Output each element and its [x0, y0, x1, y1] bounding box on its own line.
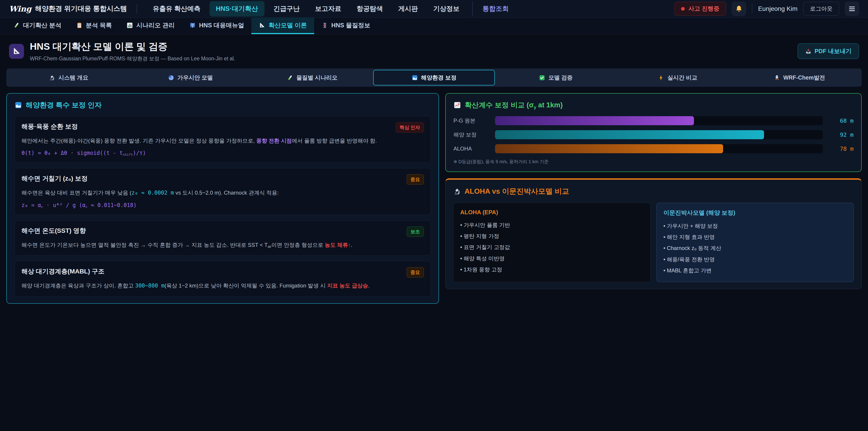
bar-fill [495, 144, 723, 153]
subnav-item-label: 대기확산 분석 [23, 21, 61, 29]
card-title: 해수면 거칠기 (z₀) 보정 [22, 174, 88, 183]
tab-가우시안 모델[interactable]: 가우시안 모델 [129, 70, 251, 86]
menu-button[interactable] [845, 2, 859, 16]
notifications-button[interactable] [732, 2, 746, 16]
main-nav-item[interactable]: 기상정보 [427, 1, 466, 17]
main-nav-item[interactable]: 항공탐색 [350, 1, 389, 17]
subnav-item[interactable]: 확산모델 이론 [251, 18, 314, 34]
logout-button[interactable]: 로그아웃 [803, 2, 839, 16]
tab-시스템 개요[interactable]: 시스템 개요 [8, 70, 129, 86]
subnav-item-label: 시나리오 관리 [136, 21, 175, 29]
chart-panel-title-text: 확산계수 보정 비교 (σy at 1km) [465, 100, 563, 110]
app-brand[interactable]: Wing 해양환경 위기대응 통합시스템 [9, 4, 127, 13]
divider [752, 4, 752, 13]
card-head: 해수면 온도(SST) 영향보조 [22, 226, 424, 237]
incident-status-badge: 사고 진행중 [675, 2, 726, 16]
panel-title: ALOHA vs 이문진박사모델 비교 [453, 186, 854, 196]
importance-badge: 핵심 인자 [396, 122, 424, 133]
bar-fill [495, 116, 694, 125]
inbox-tray-icon [805, 48, 811, 55]
subnav-item-label: 분석 목록 [86, 21, 112, 29]
bar-value: 78 m [828, 146, 854, 152]
comparison-item: 가우시안 + 해양 보정 [663, 220, 847, 232]
comparison-panel-title-text: ALOHA vs 이문진박사모델 비교 [465, 186, 569, 196]
hamburger-menu-icon [848, 5, 856, 13]
microscope-icon [49, 74, 55, 81]
marine-correction-panel: 해양환경 특수 보정 인자 해풍·육풍 순환 보정핵심 인자해안에서는 주간(해… [6, 93, 439, 304]
bar-label: ALOHA [454, 146, 490, 152]
bar-row: ALOHA78 m [454, 144, 854, 153]
clipboard-icon [76, 22, 83, 29]
triangle-ruler-icon [258, 22, 266, 29]
bar-row: 해양 보정92 m [454, 130, 854, 139]
subnav-item[interactable]: HNS 물질정보 [314, 18, 378, 34]
card-title: 해상 대기경계층(MABL) 구조 [22, 267, 104, 276]
test-tube-icon [13, 22, 20, 29]
bar-chart-icon [126, 22, 133, 29]
comparison-item: 1차원 풍향 고정 [460, 264, 644, 275]
comparison-item: MABL 혼합고 가변 [663, 265, 847, 276]
tab-모델 검증[interactable]: 모델 검증 [495, 70, 617, 86]
main-nav-item[interactable]: 게시판 [392, 1, 424, 17]
comparison-item: Charnock z₀ 동적 계산 [663, 243, 847, 254]
wave-icon [412, 74, 418, 81]
main-nav-item[interactable]: 유출유 확산예측 [147, 1, 207, 17]
tab-label: 시스템 개요 [58, 74, 88, 81]
main-nav-item[interactable]: 통합조회 [472, 1, 515, 17]
app-title: 해양환경 위기대응 통합시스템 [35, 4, 127, 13]
correction-card: 해수면 온도(SST) 영향보조해수면 온도가 기온보다 높으면 열적 불안정 … [14, 220, 431, 256]
comparison-item: 해풍/육풍 전환 반영 [663, 254, 847, 265]
tab-해양환경 보정[interactable]: 해양환경 보정 [373, 70, 495, 86]
page-header: HNS 대기확산 모델 이론 및 검증 WRF-Chem·Gaussian Pl… [0, 34, 868, 66]
main-nav-item[interactable]: HNS·대기확산 [210, 1, 265, 17]
tab-label: 가우시안 모델 [178, 74, 213, 81]
page-icon-box [9, 44, 24, 59]
tab-label: 해양환경 보정 [421, 74, 457, 81]
comparison-item: 평탄 지형 가정 [460, 230, 644, 242]
main-nav-item[interactable]: 보고자료 [309, 1, 348, 17]
pdf-export-button[interactable]: PDF 내보내기 [798, 43, 859, 59]
correction-cards: 해풍·육풍 순환 보정핵심 인자해안에서는 주간(해풍)·야간(육풍) 풍향 전… [14, 116, 431, 297]
subnav-item[interactable]: 시나리오 관리 [119, 18, 182, 34]
subnav-item[interactable]: 대기확산 분석 [6, 18, 69, 34]
subnav-item-label: HNS 대응매뉴얼 [199, 21, 244, 29]
comparison-columns: ALOHA (EPA)가우시안 플룸 기반평탄 지형 가정표면 거칠기 고정값해… [453, 203, 854, 282]
divider [136, 4, 137, 13]
right-column: 확산계수 보정 비교 (σy at 1km) P-G 원본68 m해양 보정92… [445, 93, 862, 289]
check-icon [539, 74, 545, 81]
wave-icon [14, 101, 22, 109]
subnav-item[interactable]: 분석 목록 [69, 18, 119, 34]
page-title: HNS 대기확산 모델 이론 및 검증 [30, 40, 235, 53]
tab-label: 실시간 비교 [668, 74, 698, 81]
tab-실시간 비교[interactable]: 실시간 비교 [617, 70, 739, 86]
main-nav: 유출유 확산예측HNS·대기확산긴급구난보고자료항공탐색게시판기상정보통합조회 [147, 1, 515, 17]
bar-value: 68 m [828, 118, 854, 124]
card-formula: z₀ = αc · u*² / g (αc ≈ 0.011~0.018) [22, 202, 424, 209]
importance-badge: 중요 [407, 174, 424, 185]
bar-fill [495, 130, 764, 139]
comparison-column-header: ALOHA (EPA) [460, 209, 644, 216]
sigma-comparison-panel: 확산계수 보정 비교 (σy at 1km) P-G 원본68 m해양 보정92… [445, 93, 862, 172]
panel-title: 확산계수 보정 비교 (σy at 1km) [454, 100, 854, 110]
comparison-item: 가우시안 플룸 기반 [460, 219, 644, 230]
bar-track [495, 144, 823, 153]
tab-label: 모델 검증 [548, 74, 572, 81]
subnav-item[interactable]: HNS 대응매뉴얼 [182, 18, 252, 34]
main-nav-item[interactable]: 긴급구난 [267, 1, 306, 17]
correction-card: 해풍·육풍 순환 보정핵심 인자해안에서는 주간(해풍)·야간(육풍) 풍향 전… [14, 116, 431, 163]
tab-물질별 시나리오[interactable]: 물질별 시나리오 [251, 70, 373, 86]
card-head: 해풍·육풍 순환 보정핵심 인자 [22, 122, 424, 133]
comparison-list: 가우시안 + 해양 보정해안 지형 효과 반영Charnock z₀ 동적 계산… [663, 220, 847, 276]
bar-row: P-G 원본68 m [454, 116, 854, 125]
tab-WRF-Chem발전[interactable]: WRF-Chem발전 [739, 70, 860, 86]
card-body: 해수면 온도가 기온보다 높으면 열적 불안정 촉진 → 수직 혼합 증가 → … [22, 241, 424, 249]
triangle-ruler-icon [12, 47, 21, 56]
incident-badge-label: 사고 진행중 [688, 5, 719, 13]
correction-card: 해상 대기경계층(MABL) 구조중요해양 대기경계층은 육상과 구조가 상이.… [14, 261, 431, 297]
comparison-item: 해안 지형 효과 반영 [663, 232, 847, 243]
page-header-text: HNS 대기확산 모델 이론 및 검증 WRF-Chem·Gaussian Pl… [30, 40, 235, 62]
topbar-right: 사고 진행중 Eunjeong Kim 로그아웃 [675, 2, 859, 16]
card-title: 해수면 온도(SST) 영향 [22, 226, 86, 235]
tab-label: WRF-Chem발전 [783, 74, 825, 81]
comparison-column-leemodel: 이문진박사모델 (해양 보정)가우시안 + 해양 보정해안 지형 효과 반영Ch… [656, 203, 854, 282]
